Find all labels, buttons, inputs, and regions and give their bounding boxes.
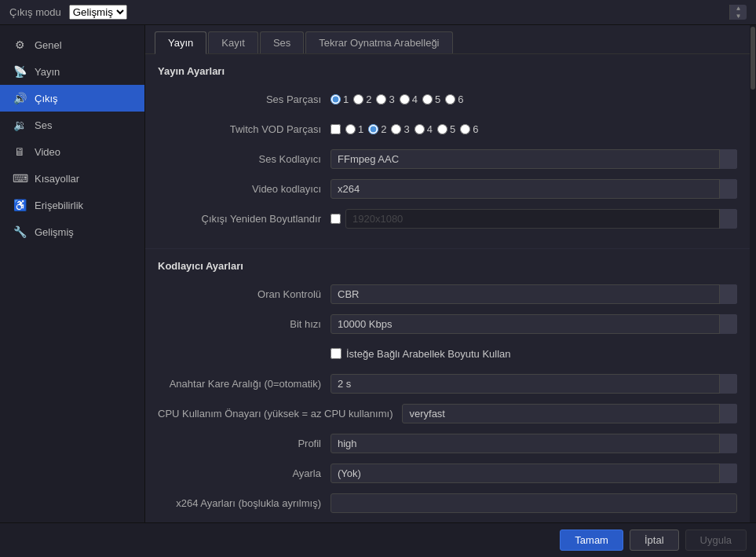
twitch-vod-3[interactable]: 3	[391, 123, 409, 135]
istege-bagli-checkbox-item[interactable]: İsteğe Bağlı Arabellek Boyutu Kullan	[331, 348, 511, 360]
x264-ayarlari-input[interactable]	[331, 493, 737, 513]
ses-kodlayici-row: Ses Kodlayıcı FFmpeg AAC AAC Opus ▲ ▼	[158, 148, 737, 170]
oran-kontrolu-label: Oran Kontrolü	[158, 288, 331, 300]
istege-bagli-text: İsteğe Bağlı Arabellek Boyutu Kullan	[346, 348, 511, 360]
cpu-kullanim-row: CPU Kullanım Önayarı (yüksek = az CPU ku…	[158, 402, 737, 424]
oran-kontrolu-row: Oran Kontrolü CBR VBR ABR CRF ▲ ▼	[158, 283, 737, 305]
sidebar-item-erisebilirlik[interactable]: ♿ Erişebilirlik	[0, 192, 144, 218]
istege-bagli-checkbox[interactable]	[331, 348, 341, 359]
output-mode-select[interactable]: Gelişmiş	[69, 5, 127, 20]
tab-kayit[interactable]: Kayıt	[208, 31, 258, 53]
sidebar-label-video: Video	[35, 146, 60, 158]
ses-parcasi-control: 1 2 3 4	[331, 93, 737, 105]
kodlayici-ayarlari-title: Kodlayıcı Ayarları	[158, 260, 737, 272]
twitch-vod-6[interactable]: 6	[460, 123, 478, 135]
video-kodlayici-select[interactable]: x264 NVENC H.264 AMD AMF H.264	[331, 179, 737, 199]
ayarla-select[interactable]: (Yok) film animation grain stillimage ps…	[331, 464, 737, 483]
sidebar-item-kisayollar[interactable]: ⌨ Kısayollar	[0, 165, 144, 192]
yayin-ayarlari-title: Yayın Ayarları	[158, 65, 737, 77]
x264-ayarlari-control	[331, 493, 737, 513]
content-area: Yayın Kayıt Ses Tekrar Oynatma Arabelleğ…	[145, 25, 750, 522]
accessibility-icon: ♿	[13, 199, 27, 211]
ses-parcasi-1[interactable]: 1	[331, 93, 349, 105]
anahtar-kare-label: Anahtar Kare Aralığı (0=otomatik)	[158, 378, 331, 390]
ses-parcasi-label: Ses Parçası	[158, 93, 331, 105]
twitch-vod-label: Twitch VOD Parçası	[158, 123, 331, 135]
ses-parcasi-6[interactable]: 6	[445, 93, 463, 105]
tab-yayin[interactable]: Yayın	[155, 31, 206, 54]
anahtar-kare-select[interactable]: 0 1 s 2 s 3 s 4 s 5 s	[331, 374, 737, 394]
kodlayici-ayarlari-section: Kodlayıcı Ayarları Oran Kontrolü CBR VBR…	[145, 249, 750, 522]
tab-ses[interactable]: Ses	[260, 31, 304, 53]
oran-kontrolu-select-wrapper: CBR VBR ABR CRF ▲ ▼	[331, 284, 737, 304]
cikis-boyutlandir-select[interactable]: 1920x1080	[345, 209, 737, 229]
video-kodlayici-control: x264 NVENC H.264 AMD AMF H.264 ▲ ▼	[331, 179, 737, 199]
yayin-ayarlari-section: Yayın Ayarları Ses Parçası 1 2	[145, 54, 750, 249]
content-scroll: Yayın Ayarları Ses Parçası 1 2	[145, 54, 750, 522]
video-kodlayici-label: Video kodlayıcı	[158, 183, 331, 195]
tamam-button[interactable]: Tamam	[560, 530, 623, 551]
top-bar: Çıkış modu Gelişmiş ▲ ▼	[0, 0, 756, 25]
profil-control: (Yok) baseline main high ▲ ▼	[331, 434, 737, 453]
twitch-vod-4[interactable]: 4	[415, 123, 433, 135]
sidebar-item-ses[interactable]: 🔉 Ses	[0, 112, 144, 138]
bottom-bar: Tamam İptal Uygula	[0, 522, 756, 557]
sidebar-item-cikis[interactable]: 🔊 Çıkış	[0, 85, 144, 112]
sidebar-item-genel[interactable]: ⚙ Genel	[0, 31, 144, 58]
twitch-vod-2[interactable]: 2	[368, 123, 386, 135]
sidebar-label-gelismis: Gelişmiş	[35, 226, 74, 238]
cikis-boyutlandir-checkbox[interactable]	[331, 214, 341, 224]
cikis-boyutlandir-select-wrapper: 1920x1080 ▲ ▼	[345, 209, 737, 229]
oran-kontrolu-select[interactable]: CBR VBR ABR CRF	[331, 284, 737, 304]
sidebar-item-yayin[interactable]: 📡 Yayın	[0, 58, 144, 85]
sidebar-label-genel: Genel	[35, 39, 62, 51]
sidebar-label-erisebilirlik: Erişebilirlik	[35, 200, 83, 211]
profil-select[interactable]: (Yok) baseline main high	[331, 434, 737, 453]
sidebar-label-ses: Ses	[35, 119, 52, 131]
main-container: ⚙ Genel 📡 Yayın 🔊 Çıkış 🔉 Ses 🖥 Video ⌨ …	[0, 25, 756, 522]
bit-hizi-select-wrapper: 1000 Kbps 2500 Kbps 5000 Kbps 10000 Kbps…	[331, 314, 737, 334]
bit-hizi-control: 1000 Kbps 2500 Kbps 5000 Kbps 10000 Kbps…	[331, 314, 737, 334]
broadcast-icon: 📡	[13, 65, 27, 78]
ayarla-row: Ayarla (Yok) film animation grain stilli…	[158, 462, 737, 484]
cpu-kullanim-select[interactable]: ultrafast superfast veryfast faster fast…	[402, 404, 737, 423]
video-kodlayici-row: Video kodlayıcı x264 NVENC H.264 AMD AMF…	[158, 178, 737, 200]
output-mode-select-wrapper: Gelişmiş ▲ ▼	[69, 5, 747, 20]
twitch-vod-1[interactable]: 1	[345, 123, 363, 135]
twitch-vod-5[interactable]: 5	[437, 123, 455, 135]
output-mode-label: Çıkış modu	[9, 6, 61, 18]
profil-row: Profil (Yok) baseline main high ▲ ▼	[158, 432, 737, 454]
uygula-button[interactable]: Uygula	[685, 530, 747, 551]
tab-tekrar[interactable]: Tekrar Oynatma Arabelleği	[305, 31, 452, 53]
ses-parcasi-5[interactable]: 5	[422, 93, 440, 105]
profil-select-wrapper: (Yok) baseline main high ▲ ▼	[331, 434, 737, 453]
iptal-button[interactable]: İptal	[630, 530, 679, 551]
ses-kodlayici-control: FFmpeg AAC AAC Opus ▲ ▼	[331, 149, 737, 169]
wrench-icon: 🔧	[13, 225, 27, 238]
ses-parcasi-4[interactable]: 4	[400, 93, 418, 105]
istege-bagli-control: İsteğe Bağlı Arabellek Boyutu Kullan	[331, 348, 737, 360]
video-kodlayici-select-wrapper: x264 NVENC H.264 AMD AMF H.264 ▲ ▼	[331, 179, 737, 199]
twitch-vod-control: 1 2 3 4	[331, 123, 737, 135]
ses-parcasi-row: Ses Parçası 1 2 3	[158, 88, 737, 110]
sidebar-item-gelismis[interactable]: 🔧 Gelişmiş	[0, 218, 144, 245]
cikis-boyutlandir-label: Çıkışı Yeniden Boyutlandır	[158, 213, 331, 225]
ses-kodlayici-select[interactable]: FFmpeg AAC AAC Opus	[331, 149, 737, 169]
twitch-vod-checkbox[interactable]	[331, 124, 341, 134]
bit-hizi-select[interactable]: 1000 Kbps 2500 Kbps 5000 Kbps 10000 Kbps…	[331, 314, 737, 334]
cpu-kullanim-label: CPU Kullanım Önayarı (yüksek = az CPU ku…	[158, 408, 402, 420]
twitch-vod-row: Twitch VOD Parçası 1 2	[158, 118, 737, 140]
scrollbar[interactable]	[750, 25, 756, 522]
ses-kodlayici-label: Ses Kodlayıcı	[158, 153, 331, 165]
keyboard-icon: ⌨	[13, 172, 27, 185]
sidebar-item-video[interactable]: 🖥 Video	[0, 138, 144, 165]
scrollbar-thumb	[751, 27, 755, 90]
anahtar-kare-control: 0 1 s 2 s 3 s 4 s 5 s ▲ ▼	[331, 374, 737, 394]
ses-parcasi-3[interactable]: 3	[376, 93, 394, 105]
bit-hizi-label: Bit hızı	[158, 318, 331, 330]
oran-kontrolu-control: CBR VBR ABR CRF ▲ ▼	[331, 284, 737, 304]
profil-label: Profil	[158, 438, 331, 449]
ses-parcasi-2[interactable]: 2	[353, 93, 371, 105]
cpu-kullanim-select-wrapper: ultrafast superfast veryfast faster fast…	[402, 404, 737, 423]
x264-ayarlari-row: x264 Ayarları (boşlukla ayrılmış)	[158, 492, 737, 514]
